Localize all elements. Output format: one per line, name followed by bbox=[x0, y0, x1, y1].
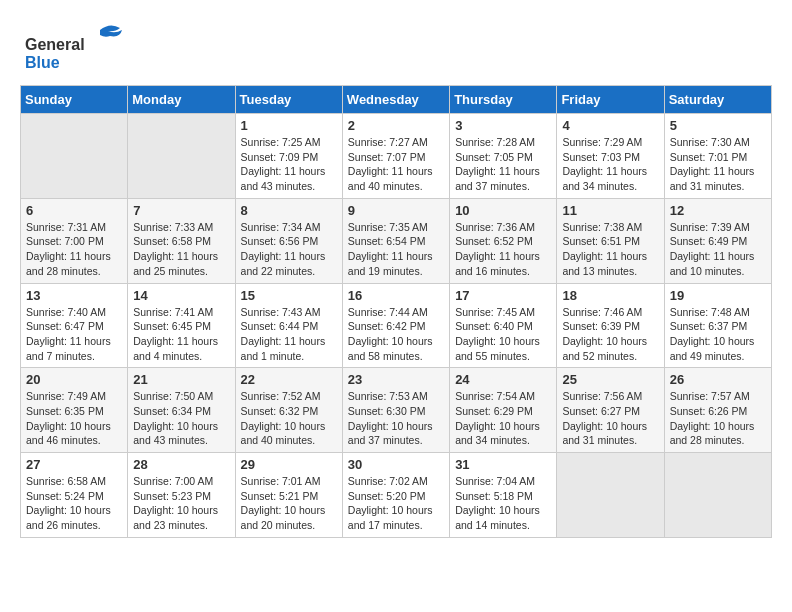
day-info: Sunrise: 7:54 AMSunset: 6:29 PMDaylight:… bbox=[455, 389, 551, 448]
calendar-cell: 19Sunrise: 7:48 AMSunset: 6:37 PMDayligh… bbox=[664, 283, 771, 368]
day-info: Sunrise: 7:00 AMSunset: 5:23 PMDaylight:… bbox=[133, 474, 229, 533]
calendar-week-row: 6Sunrise: 7:31 AMSunset: 7:00 PMDaylight… bbox=[21, 198, 772, 283]
day-info: Sunrise: 7:34 AMSunset: 6:56 PMDaylight:… bbox=[241, 220, 337, 279]
day-number: 14 bbox=[133, 288, 229, 303]
calendar-cell: 22Sunrise: 7:52 AMSunset: 6:32 PMDayligh… bbox=[235, 368, 342, 453]
calendar-cell: 29Sunrise: 7:01 AMSunset: 5:21 PMDayligh… bbox=[235, 453, 342, 538]
weekday-header-monday: Monday bbox=[128, 86, 235, 114]
day-number: 28 bbox=[133, 457, 229, 472]
calendar-cell: 30Sunrise: 7:02 AMSunset: 5:20 PMDayligh… bbox=[342, 453, 449, 538]
day-info: Sunrise: 6:58 AMSunset: 5:24 PMDaylight:… bbox=[26, 474, 122, 533]
svg-text:General: General bbox=[25, 36, 85, 53]
calendar-week-row: 13Sunrise: 7:40 AMSunset: 6:47 PMDayligh… bbox=[21, 283, 772, 368]
day-info: Sunrise: 7:50 AMSunset: 6:34 PMDaylight:… bbox=[133, 389, 229, 448]
day-info: Sunrise: 7:27 AMSunset: 7:07 PMDaylight:… bbox=[348, 135, 444, 194]
day-number: 22 bbox=[241, 372, 337, 387]
day-info: Sunrise: 7:33 AMSunset: 6:58 PMDaylight:… bbox=[133, 220, 229, 279]
svg-text:Blue: Blue bbox=[25, 54, 60, 71]
calendar-cell: 10Sunrise: 7:36 AMSunset: 6:52 PMDayligh… bbox=[450, 198, 557, 283]
calendar-cell: 17Sunrise: 7:45 AMSunset: 6:40 PMDayligh… bbox=[450, 283, 557, 368]
day-info: Sunrise: 7:40 AMSunset: 6:47 PMDaylight:… bbox=[26, 305, 122, 364]
calendar-week-row: 27Sunrise: 6:58 AMSunset: 5:24 PMDayligh… bbox=[21, 453, 772, 538]
calendar-cell: 24Sunrise: 7:54 AMSunset: 6:29 PMDayligh… bbox=[450, 368, 557, 453]
calendar-cell: 2Sunrise: 7:27 AMSunset: 7:07 PMDaylight… bbox=[342, 114, 449, 199]
calendar-cell: 23Sunrise: 7:53 AMSunset: 6:30 PMDayligh… bbox=[342, 368, 449, 453]
day-info: Sunrise: 7:56 AMSunset: 6:27 PMDaylight:… bbox=[562, 389, 658, 448]
calendar-cell bbox=[557, 453, 664, 538]
calendar-cell: 18Sunrise: 7:46 AMSunset: 6:39 PMDayligh… bbox=[557, 283, 664, 368]
day-info: Sunrise: 7:52 AMSunset: 6:32 PMDaylight:… bbox=[241, 389, 337, 448]
calendar-cell bbox=[664, 453, 771, 538]
calendar-cell: 4Sunrise: 7:29 AMSunset: 7:03 PMDaylight… bbox=[557, 114, 664, 199]
day-info: Sunrise: 7:01 AMSunset: 5:21 PMDaylight:… bbox=[241, 474, 337, 533]
calendar-cell: 7Sunrise: 7:33 AMSunset: 6:58 PMDaylight… bbox=[128, 198, 235, 283]
logo-svg: General Blue bbox=[20, 20, 140, 75]
calendar-cell: 28Sunrise: 7:00 AMSunset: 5:23 PMDayligh… bbox=[128, 453, 235, 538]
weekday-header-tuesday: Tuesday bbox=[235, 86, 342, 114]
calendar-cell: 26Sunrise: 7:57 AMSunset: 6:26 PMDayligh… bbox=[664, 368, 771, 453]
calendar-cell: 5Sunrise: 7:30 AMSunset: 7:01 PMDaylight… bbox=[664, 114, 771, 199]
day-info: Sunrise: 7:48 AMSunset: 6:37 PMDaylight:… bbox=[670, 305, 766, 364]
calendar-cell: 15Sunrise: 7:43 AMSunset: 6:44 PMDayligh… bbox=[235, 283, 342, 368]
day-number: 20 bbox=[26, 372, 122, 387]
day-number: 16 bbox=[348, 288, 444, 303]
calendar-week-row: 20Sunrise: 7:49 AMSunset: 6:35 PMDayligh… bbox=[21, 368, 772, 453]
day-number: 18 bbox=[562, 288, 658, 303]
calendar-cell: 11Sunrise: 7:38 AMSunset: 6:51 PMDayligh… bbox=[557, 198, 664, 283]
day-info: Sunrise: 7:35 AMSunset: 6:54 PMDaylight:… bbox=[348, 220, 444, 279]
day-number: 15 bbox=[241, 288, 337, 303]
day-info: Sunrise: 7:43 AMSunset: 6:44 PMDaylight:… bbox=[241, 305, 337, 364]
day-number: 13 bbox=[26, 288, 122, 303]
day-info: Sunrise: 7:28 AMSunset: 7:05 PMDaylight:… bbox=[455, 135, 551, 194]
day-number: 21 bbox=[133, 372, 229, 387]
day-number: 1 bbox=[241, 118, 337, 133]
day-number: 10 bbox=[455, 203, 551, 218]
day-info: Sunrise: 7:38 AMSunset: 6:51 PMDaylight:… bbox=[562, 220, 658, 279]
day-number: 8 bbox=[241, 203, 337, 218]
day-number: 25 bbox=[562, 372, 658, 387]
calendar-week-row: 1Sunrise: 7:25 AMSunset: 7:09 PMDaylight… bbox=[21, 114, 772, 199]
day-number: 27 bbox=[26, 457, 122, 472]
day-number: 7 bbox=[133, 203, 229, 218]
day-info: Sunrise: 7:41 AMSunset: 6:45 PMDaylight:… bbox=[133, 305, 229, 364]
day-info: Sunrise: 7:39 AMSunset: 6:49 PMDaylight:… bbox=[670, 220, 766, 279]
day-info: Sunrise: 7:25 AMSunset: 7:09 PMDaylight:… bbox=[241, 135, 337, 194]
weekday-header-sunday: Sunday bbox=[21, 86, 128, 114]
day-info: Sunrise: 7:46 AMSunset: 6:39 PMDaylight:… bbox=[562, 305, 658, 364]
day-number: 29 bbox=[241, 457, 337, 472]
calendar-cell: 3Sunrise: 7:28 AMSunset: 7:05 PMDaylight… bbox=[450, 114, 557, 199]
day-info: Sunrise: 7:36 AMSunset: 6:52 PMDaylight:… bbox=[455, 220, 551, 279]
weekday-header-saturday: Saturday bbox=[664, 86, 771, 114]
day-number: 26 bbox=[670, 372, 766, 387]
calendar-cell: 6Sunrise: 7:31 AMSunset: 7:00 PMDaylight… bbox=[21, 198, 128, 283]
day-number: 2 bbox=[348, 118, 444, 133]
day-info: Sunrise: 7:45 AMSunset: 6:40 PMDaylight:… bbox=[455, 305, 551, 364]
calendar-table: SundayMondayTuesdayWednesdayThursdayFrid… bbox=[20, 85, 772, 538]
calendar-cell bbox=[128, 114, 235, 199]
page-header: General Blue bbox=[20, 20, 772, 75]
calendar-cell: 21Sunrise: 7:50 AMSunset: 6:34 PMDayligh… bbox=[128, 368, 235, 453]
calendar-cell: 25Sunrise: 7:56 AMSunset: 6:27 PMDayligh… bbox=[557, 368, 664, 453]
day-info: Sunrise: 7:02 AMSunset: 5:20 PMDaylight:… bbox=[348, 474, 444, 533]
calendar-cell bbox=[21, 114, 128, 199]
day-info: Sunrise: 7:53 AMSunset: 6:30 PMDaylight:… bbox=[348, 389, 444, 448]
day-number: 19 bbox=[670, 288, 766, 303]
calendar-cell: 8Sunrise: 7:34 AMSunset: 6:56 PMDaylight… bbox=[235, 198, 342, 283]
day-number: 6 bbox=[26, 203, 122, 218]
calendar-cell: 12Sunrise: 7:39 AMSunset: 6:49 PMDayligh… bbox=[664, 198, 771, 283]
day-number: 9 bbox=[348, 203, 444, 218]
calendar-cell: 9Sunrise: 7:35 AMSunset: 6:54 PMDaylight… bbox=[342, 198, 449, 283]
weekday-header-row: SundayMondayTuesdayWednesdayThursdayFrid… bbox=[21, 86, 772, 114]
day-number: 31 bbox=[455, 457, 551, 472]
day-info: Sunrise: 7:57 AMSunset: 6:26 PMDaylight:… bbox=[670, 389, 766, 448]
day-number: 12 bbox=[670, 203, 766, 218]
weekday-header-wednesday: Wednesday bbox=[342, 86, 449, 114]
day-number: 24 bbox=[455, 372, 551, 387]
day-number: 5 bbox=[670, 118, 766, 133]
day-number: 4 bbox=[562, 118, 658, 133]
logo: General Blue bbox=[20, 20, 140, 75]
calendar-cell: 31Sunrise: 7:04 AMSunset: 5:18 PMDayligh… bbox=[450, 453, 557, 538]
day-number: 11 bbox=[562, 203, 658, 218]
calendar-cell: 20Sunrise: 7:49 AMSunset: 6:35 PMDayligh… bbox=[21, 368, 128, 453]
calendar-cell: 27Sunrise: 6:58 AMSunset: 5:24 PMDayligh… bbox=[21, 453, 128, 538]
